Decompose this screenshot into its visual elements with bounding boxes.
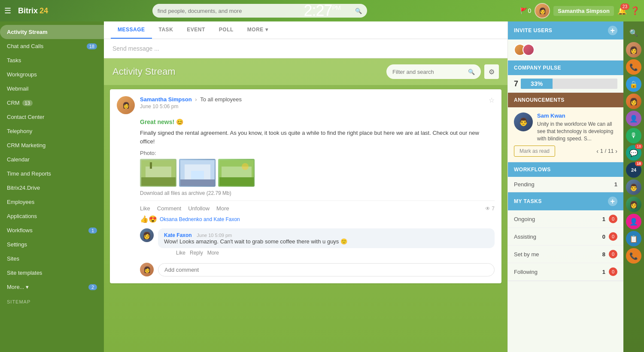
task-badge-following: 0 [609, 267, 617, 276]
photo-2[interactable] [179, 159, 216, 187]
compose-input[interactable]: Send message ... [104, 39, 507, 58]
like-action[interactable]: Like [140, 205, 150, 212]
comment-reply[interactable]: Reply [190, 250, 203, 256]
filter-search-icon: 🔍 [468, 69, 475, 75]
sidebar-item-crm[interactable]: CRM 13 [0, 96, 104, 110]
download-link[interactable]: Download all files as archive (22.79 Mb) [140, 190, 495, 196]
sidebar-item-label: Calendar [7, 156, 30, 163]
task-badge-set-by-me: 0 [609, 250, 617, 258]
post-author-name[interactable]: Samantha Simpson [140, 96, 192, 103]
flag-icon: 🚩 0 [520, 7, 532, 14]
workflows-header-label: WORKFLOWS [514, 167, 551, 173]
icon-avatar-4[interactable]: 👩 [626, 197, 641, 212]
sidebar-item-label: Employees [7, 199, 34, 205]
tab-poll[interactable]: POLL [212, 21, 240, 39]
comment-more[interactable]: More [207, 250, 219, 256]
task-row-ongoing: Ongoing 1 0 [508, 210, 623, 228]
sidebar-item-label: Settings [7, 241, 27, 248]
comment-action[interactable]: Comment [157, 205, 181, 212]
sidebar-item-sites[interactable]: Sites [0, 252, 104, 266]
sidebar-item-label: Contact Center [7, 114, 44, 120]
sitemap-label: SITEMAP [0, 294, 104, 310]
svg-rect-7 [191, 171, 204, 179]
filter-search[interactable]: 🔍 [386, 64, 481, 79]
avatar[interactable]: 👩 [535, 3, 550, 18]
sidebar-item-label: Webmail [7, 85, 28, 92]
icon-document[interactable]: 📋 [626, 231, 641, 246]
sidebar-item-site-templates[interactable]: Site templates [0, 266, 104, 280]
icon-avatar-top[interactable]: 👩 [626, 42, 641, 58]
mark-as-read-button[interactable]: Mark as read [514, 146, 555, 157]
ann-footer: Mark as read ‹ 1 / 11 › [514, 146, 617, 157]
filter-input[interactable] [392, 69, 465, 75]
topbar-right: 🚩 0 👩 Samantha Simpson 🔔 23 ❓ [520, 3, 640, 18]
task-label-ongoing: Ongoing [514, 216, 535, 222]
comment: 👩 Kate Faxon June 10 5:09 pm Wow! Looks … [140, 228, 495, 256]
sidebar-item-employees[interactable]: Employees [0, 195, 104, 209]
compose-bar: MESSAGE TASK EVENT POLL MORE ▾ Send mess… [104, 21, 507, 58]
tab-more[interactable]: MORE ▾ [240, 21, 275, 39]
star-icon[interactable]: ☆ [489, 96, 495, 104]
sidebar-item-telephony[interactable]: Telephony [0, 124, 104, 138]
sidebar-item-contact-center[interactable]: Contact Center [0, 110, 104, 124]
ann-prev-arrow[interactable]: ‹ [596, 148, 598, 155]
icon-bitrix24[interactable]: 24 18 [626, 162, 641, 178]
sidebar-item-workflows[interactable]: Workflows 1 [0, 223, 104, 237]
help-icon[interactable]: ❓ [630, 6, 640, 15]
search-icon: 🔍 [355, 8, 362, 14]
ann-author-name[interactable]: Sam Kwan [537, 112, 617, 119]
tab-message[interactable]: MESSAGE [111, 21, 152, 39]
workflows-section: WORKFLOWS Pending 1 [508, 162, 623, 192]
eye-icon: 👁 [485, 206, 490, 212]
icon-avatar-3[interactable]: 👨 [626, 179, 641, 195]
sidebar-item-drive[interactable]: Bitrix24.Drive [0, 181, 104, 195]
icon-phone-2[interactable]: 📞 [626, 248, 641, 264]
tab-event[interactable]: EVENT [180, 21, 212, 39]
sidebar-item-applications[interactable]: Applications [0, 209, 104, 223]
compose-placeholder: Send message ... [112, 45, 159, 52]
add-comment-input[interactable] [158, 263, 495, 276]
post-headline: Great news! 😊 [140, 118, 495, 125]
comment-author[interactable]: Kate Faxon [164, 232, 192, 238]
invite-add-button[interactable]: + [608, 26, 617, 35]
sidebar-item-time-reports[interactable]: Time and Reports [0, 167, 104, 181]
sidebar-badge-chat: 18 [87, 43, 97, 49]
tab-task[interactable]: TASK [152, 21, 180, 39]
svg-rect-5 [180, 179, 215, 186]
sidebar-item-label: CRM Marketing [7, 142, 46, 149]
sidebar-item-webmail[interactable]: Webmail [0, 82, 104, 96]
sidebar-item-more[interactable]: More... ▾ 2 [0, 280, 104, 294]
comment-like[interactable]: Like [176, 250, 185, 256]
unfollow-action[interactable]: Unfollow [188, 205, 210, 212]
reactors-list[interactable]: Oksana Bednenko and Kate Faxon [160, 216, 240, 222]
icon-person[interactable]: 👤 [626, 214, 641, 229]
icon-phone[interactable]: 📞 [626, 59, 641, 75]
photo-1[interactable] [140, 159, 176, 187]
photo-3[interactable] [218, 159, 255, 187]
sidebar-item-calendar[interactable]: Calendar [0, 152, 104, 167]
post-body: Finally signed the rental agreement. As … [140, 129, 495, 146]
sidebar-item-activity-stream[interactable]: Activity Stream [0, 25, 104, 39]
icon-lock[interactable]: 🔒 [626, 76, 641, 92]
more-action[interactable]: More [216, 205, 229, 212]
sidebar-item-chat-calls[interactable]: Chat and Calls 18 [0, 39, 104, 53]
task-count-assisting: 0 [602, 234, 605, 240]
main-feed: MESSAGE TASK EVENT POLL MORE ▾ Send mess… [104, 21, 507, 352]
ann-next-arrow[interactable]: › [615, 148, 617, 155]
icon-search[interactable]: 🔍 [626, 25, 641, 40]
sidebar-item-workgroups[interactable]: Workgroups [0, 67, 104, 82]
icon-avatar-2[interactable]: 👩 [626, 94, 641, 109]
icon-chat[interactable]: 💬 18 [626, 145, 641, 161]
sidebar-item-settings[interactable]: Settings [0, 237, 104, 252]
user-profile[interactable]: Samantha Simpson [553, 6, 614, 16]
tasks-add-button[interactable]: + [608, 197, 617, 206]
settings-button[interactable]: ⚙ [484, 64, 499, 79]
pulse-section: COMPANY PULSE 7 33% [508, 61, 623, 93]
sidebar-item-tasks[interactable]: Tasks [0, 53, 104, 67]
hamburger-menu[interactable]: ☰ [4, 6, 11, 15]
sidebar-item-label: Telephony [7, 128, 32, 134]
icon-user[interactable]: 👤 [626, 111, 641, 126]
icon-mic[interactable]: 🎙 [626, 128, 641, 143]
sidebar-item-crm-marketing[interactable]: CRM Marketing [0, 138, 104, 152]
task-label-assisting: Assisting [514, 234, 536, 240]
